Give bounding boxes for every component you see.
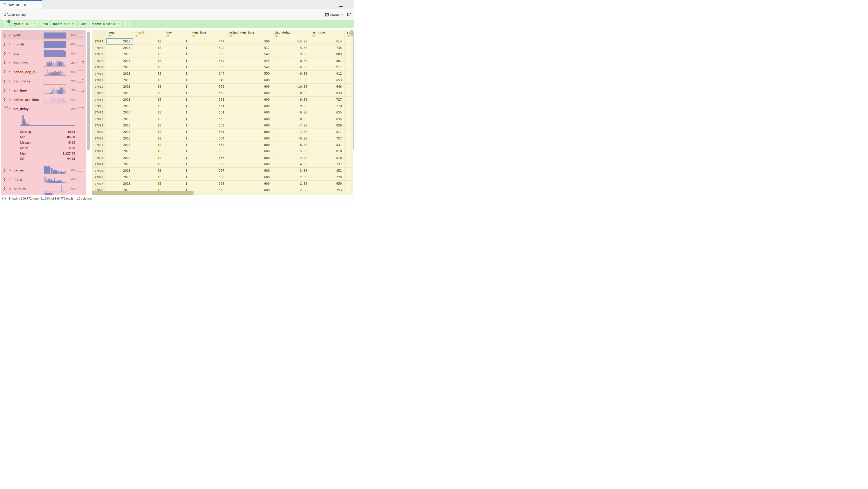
row-number[interactable]: 27015	[92, 103, 106, 109]
chevron-collapsed-icon[interactable]: ❯	[3, 33, 9, 36]
chevron-expanded-icon[interactable]: ❯	[5, 106, 8, 112]
close-icon[interactable]: ×	[24, 3, 26, 7]
table-cell[interactable]: 600	[227, 187, 273, 191]
table-cell[interactable]: -6.00	[273, 70, 310, 77]
table-cell[interactable]: 650	[310, 181, 345, 187]
table-cell[interactable]: 811	[310, 129, 345, 135]
table-cell[interactable]: 554	[190, 135, 227, 142]
column-header-month[interactable]: monthint⋮	[133, 30, 164, 38]
chevron-collapsed-icon[interactable]: ❯	[3, 177, 9, 181]
table-cell[interactable]: 1	[164, 116, 190, 122]
table-cell[interactable]: 1	[164, 148, 190, 155]
grid-vertical-scrollbar-thumb[interactable]	[353, 31, 354, 150]
table-cell[interactable]: 554	[190, 142, 227, 148]
table-cell[interactable]: 600	[227, 97, 273, 103]
column-menu-icon[interactable]: ⋮	[305, 32, 308, 36]
table-cell[interactable]: -2.00	[273, 174, 310, 181]
table-cell[interactable]: 600	[227, 122, 273, 129]
table-cell[interactable]: 552	[190, 116, 227, 122]
row-number[interactable]: 27026	[92, 174, 106, 181]
table-cell[interactable]: 10	[133, 174, 164, 181]
table-cell[interactable]: 10	[133, 148, 164, 155]
table-cell[interactable]: 545	[227, 51, 273, 58]
row-number[interactable]: 27022	[92, 148, 106, 155]
table-cell[interactable]: -6.00	[273, 142, 310, 148]
table-cell[interactable]: 558	[190, 174, 227, 181]
table-cell[interactable]: 2013	[106, 97, 133, 103]
row-number[interactable]: 27010	[92, 70, 106, 77]
table-cell[interactable]: -11.00	[273, 77, 310, 84]
table-cell[interactable]: 600	[227, 142, 273, 148]
table-cell[interactable]: -9.00	[273, 51, 310, 58]
table-cell[interactable]: 536	[190, 51, 227, 58]
chevron-collapsed-icon[interactable]: ❯	[3, 98, 9, 101]
table-cell[interactable]: 10	[133, 77, 164, 84]
row-number[interactable]: 27012	[92, 84, 106, 90]
table-cell[interactable]: 600	[227, 135, 273, 142]
sidebar-column-row[interactable]: ❯#arr_delay2%	[2, 104, 85, 114]
table-cell[interactable]: 600	[227, 161, 273, 167]
table-cell[interactable]: 557	[190, 167, 227, 174]
table-cell[interactable]: 2013	[106, 103, 133, 109]
table-cell[interactable]: 10	[133, 70, 164, 77]
sidebar-column-row[interactable]: ❯#dep_time2%	[2, 58, 85, 67]
table-cell[interactable]: 550	[227, 70, 273, 77]
table-cell[interactable]: 10	[133, 84, 164, 90]
table-cell[interactable]: 1	[164, 135, 190, 142]
table-cell[interactable]: 2013	[106, 181, 133, 187]
table-cell[interactable]: -13.00	[273, 38, 310, 45]
column-menu-icon[interactable]: ⋮	[268, 32, 271, 36]
table-cell[interactable]: 735	[310, 45, 345, 51]
table-cell[interactable]: 600	[227, 109, 273, 116]
row-number[interactable]: 27023	[92, 155, 106, 161]
table-cell[interactable]: 556	[190, 155, 227, 161]
column-menu-icon[interactable]: ⋮	[185, 32, 188, 36]
filter-pill[interactable]: year= 2013×	[12, 21, 38, 27]
chevron-collapsed-icon[interactable]: ❯	[3, 168, 9, 172]
chevron-collapsed-icon[interactable]: ❯	[3, 88, 9, 92]
clear-sorting-button[interactable]: ⇅x Clear Sorting	[3, 13, 26, 17]
table-cell[interactable]: 2013	[106, 64, 133, 70]
table-cell[interactable]: 710	[310, 103, 345, 109]
table-cell[interactable]: 829	[310, 122, 345, 129]
table-cell[interactable]: 556	[190, 161, 227, 167]
table-cell[interactable]: 1	[164, 174, 190, 181]
sidebar-scrollbar-thumb[interactable]	[87, 31, 90, 150]
column-menu-icon[interactable]: ⋮	[222, 32, 225, 36]
table-cell[interactable]: 558	[190, 187, 227, 191]
table-cell[interactable]: 551	[190, 109, 227, 116]
sidebar-column-row[interactable]: ❯Acarrier0%	[2, 165, 85, 175]
table-cell[interactable]: 1	[164, 38, 190, 45]
table-cell[interactable]: 1	[164, 122, 190, 129]
row-number[interactable]: 27019	[92, 129, 106, 135]
table-cell[interactable]: 545	[227, 58, 273, 64]
column-menu-icon[interactable]: ⋮	[159, 32, 162, 36]
table-cell[interactable]: 727	[310, 97, 345, 103]
more-actions-icon[interactable]: ⋯	[347, 2, 352, 7]
sidebar-column-row[interactable]: ❯#day0%	[2, 49, 85, 58]
add-filter-button[interactable]: +	[124, 21, 131, 27]
table-cell[interactable]: 2013	[106, 174, 133, 181]
table-cell[interactable]: 2013	[106, 135, 133, 142]
table-cell[interactable]: 1	[164, 103, 190, 109]
table-cell[interactable]: 809	[310, 51, 345, 58]
table-cell[interactable]: -6.00	[273, 135, 310, 142]
table-cell[interactable]: -8.00	[273, 116, 310, 122]
table-cell[interactable]: 10	[133, 167, 164, 174]
table-cell[interactable]: 810	[310, 155, 345, 161]
table-cell[interactable]: 1	[164, 181, 190, 187]
sidebar-column-row[interactable]: ❯#sched_dep_ti...0%	[2, 67, 85, 77]
row-number[interactable]: 27020	[92, 135, 106, 142]
table-cell[interactable]: 549	[190, 77, 227, 84]
table-cell[interactable]: 2013	[106, 187, 133, 191]
table-cell[interactable]: 550	[190, 90, 227, 96]
row-number[interactable]: 27018	[92, 122, 106, 129]
row-number[interactable]: 27014	[92, 97, 106, 103]
table-cell[interactable]: 600	[227, 155, 273, 161]
table-cell[interactable]: 600	[227, 181, 273, 187]
column-header-day[interactable]: dayint⋮	[164, 30, 190, 38]
table-cell[interactable]: 544	[190, 70, 227, 77]
table-cell[interactable]: 2013	[106, 142, 133, 148]
chevron-collapsed-icon[interactable]: ❯	[3, 42, 9, 45]
table-cell[interactable]: 2013	[106, 38, 133, 45]
